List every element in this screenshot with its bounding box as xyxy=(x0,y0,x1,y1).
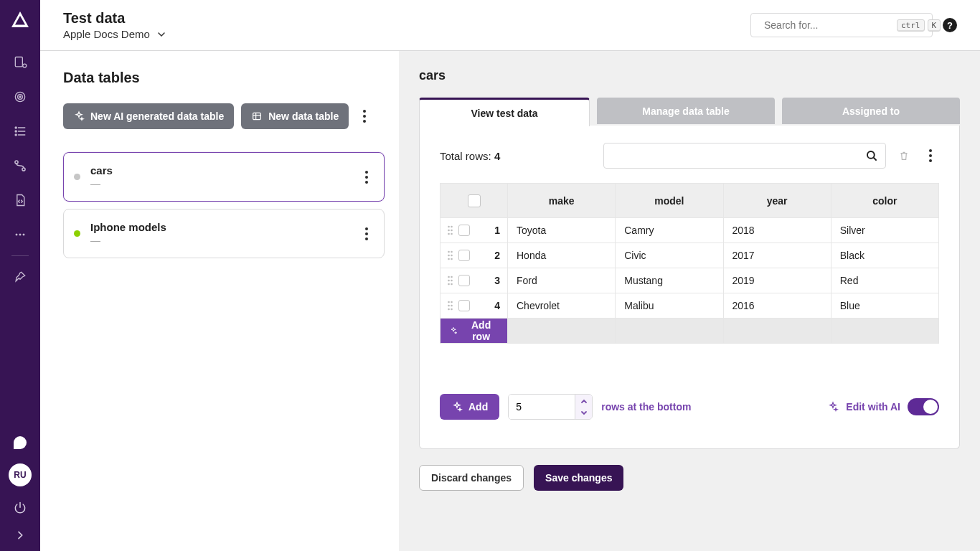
cell[interactable]: Chevrolet xyxy=(508,293,616,319)
empty-cell xyxy=(831,319,938,344)
total-rows-label: Total rows: xyxy=(440,150,491,162)
power-icon[interactable] xyxy=(13,501,27,515)
row-checkbox[interactable] xyxy=(458,225,470,236)
cell[interactable]: Ford xyxy=(508,268,616,293)
table-card[interactable]: Iphone models— xyxy=(63,209,385,258)
table-card[interactable]: cars— xyxy=(63,152,385,202)
svg-point-46 xyxy=(451,258,453,260)
new-ai-table-label: New AI generated data table xyxy=(90,110,224,122)
row-checkbox[interactable] xyxy=(458,275,470,286)
row-checkbox[interactable] xyxy=(458,250,470,261)
user-avatar[interactable]: RU xyxy=(9,463,32,486)
table-card-menu[interactable] xyxy=(358,171,375,184)
sidebar-flows-icon[interactable] xyxy=(12,158,28,174)
chat-bubble-icon[interactable] xyxy=(14,436,27,449)
svg-point-56 xyxy=(451,305,453,307)
new-ai-table-button[interactable]: New AI generated data table xyxy=(63,103,234,129)
tab-manage-data-table[interactable]: Manage data table xyxy=(597,98,775,124)
table-search[interactable] xyxy=(603,143,886,169)
global-search-input[interactable] xyxy=(763,19,891,32)
new-table-label: New data table xyxy=(268,110,339,122)
table-icon xyxy=(251,110,263,122)
cell[interactable]: Blue xyxy=(831,293,938,319)
app-header: Test data Apple Docs Demo ctrl K ? xyxy=(40,0,980,51)
sidebar-code-file-icon[interactable] xyxy=(12,192,28,208)
sidebar-list-icon[interactable] xyxy=(12,123,28,139)
sidebar-more-icon[interactable] xyxy=(12,227,28,242)
edit-with-ai-toggle[interactable] xyxy=(908,398,939,415)
cell[interactable]: Black xyxy=(831,243,938,268)
new-table-button[interactable]: New data table xyxy=(241,103,349,129)
column-header[interactable]: model xyxy=(616,184,723,218)
sidebar-dashboard-icon[interactable] xyxy=(12,55,28,70)
cell[interactable]: Civic xyxy=(616,243,723,268)
cell[interactable]: Camry xyxy=(616,218,723,243)
svg-point-27 xyxy=(365,227,368,230)
cell[interactable]: Silver xyxy=(831,218,938,243)
expand-sidebar-icon[interactable] xyxy=(14,529,26,541)
cell[interactable]: 2018 xyxy=(723,218,831,243)
global-search[interactable]: ctrl K xyxy=(750,13,933,37)
svg-point-21 xyxy=(363,110,366,113)
delete-rows-button[interactable] xyxy=(896,149,912,162)
cell[interactable]: Mustang xyxy=(616,268,723,293)
table-card-menu[interactable] xyxy=(358,227,375,240)
kbd-k: K xyxy=(928,19,941,32)
user-avatar-initials: RU xyxy=(14,470,26,480)
add-row-button[interactable]: Add row xyxy=(440,319,507,343)
column-header[interactable]: year xyxy=(723,184,831,218)
svg-point-24 xyxy=(365,171,368,174)
table-search-input[interactable] xyxy=(611,149,859,162)
tab-view-test-data[interactable]: View test data xyxy=(419,98,590,126)
add-rows-label: Add xyxy=(468,401,488,413)
table-detail-pane: cars View test dataManage data tableAssi… xyxy=(399,51,980,551)
column-header[interactable]: color xyxy=(831,184,938,218)
chevron-down-icon xyxy=(156,29,167,40)
project-picker[interactable]: Apple Docs Demo xyxy=(63,28,167,40)
sidebar-targets-icon[interactable] xyxy=(12,89,28,105)
row-index: 3 xyxy=(494,275,500,286)
select-all-checkbox[interactable] xyxy=(468,194,481,207)
empty-cell xyxy=(616,319,723,344)
svg-point-32 xyxy=(929,149,932,152)
help-icon[interactable]: ? xyxy=(943,18,957,32)
cell[interactable]: 2017 xyxy=(723,243,831,268)
svg-point-33 xyxy=(929,154,932,157)
drag-handle-icon[interactable] xyxy=(448,276,453,286)
cell[interactable]: Honda xyxy=(508,243,616,268)
stepper-down-button[interactable] xyxy=(575,407,592,419)
svg-point-51 xyxy=(448,283,450,286)
sidebar-pin-icon[interactable] xyxy=(12,269,28,285)
svg-point-43 xyxy=(448,255,450,257)
svg-point-57 xyxy=(448,309,450,311)
drag-handle-icon[interactable] xyxy=(448,301,453,311)
svg-point-25 xyxy=(365,176,368,179)
add-rows-qty-input[interactable] xyxy=(509,395,575,419)
discard-changes-button[interactable]: Discard changes xyxy=(419,465,524,491)
svg-point-47 xyxy=(448,276,450,278)
table-more-menu[interactable] xyxy=(922,149,939,162)
total-rows-value: 4 xyxy=(494,150,500,162)
drag-handle-icon[interactable] xyxy=(448,250,453,260)
svg-point-11 xyxy=(15,161,18,164)
add-rows-button[interactable]: Add xyxy=(440,394,499,420)
cell[interactable]: Red xyxy=(831,268,938,293)
cell[interactable]: Toyota xyxy=(508,218,616,243)
drag-handle-icon[interactable] xyxy=(448,225,453,235)
save-changes-button[interactable]: Save changes xyxy=(534,465,623,491)
cell[interactable]: Malibu xyxy=(616,293,723,319)
cell[interactable]: 2019 xyxy=(723,268,831,293)
svg-point-29 xyxy=(365,237,368,240)
add-row-label: Add row xyxy=(463,319,499,342)
app-sidebar: RU xyxy=(0,0,40,551)
cell[interactable]: 2016 xyxy=(723,293,831,319)
tables-more-menu[interactable] xyxy=(356,110,373,123)
tab-assigned-to[interactable]: Assigned to xyxy=(782,98,960,124)
svg-point-35 xyxy=(448,226,450,228)
table-row: 4ChevroletMalibu2016Blue xyxy=(440,293,939,319)
add-rows-stepper[interactable] xyxy=(508,394,593,420)
row-checkbox[interactable] xyxy=(458,300,470,311)
column-header[interactable]: make xyxy=(508,184,616,218)
svg-point-13 xyxy=(16,234,18,236)
stepper-up-button[interactable] xyxy=(575,395,592,407)
